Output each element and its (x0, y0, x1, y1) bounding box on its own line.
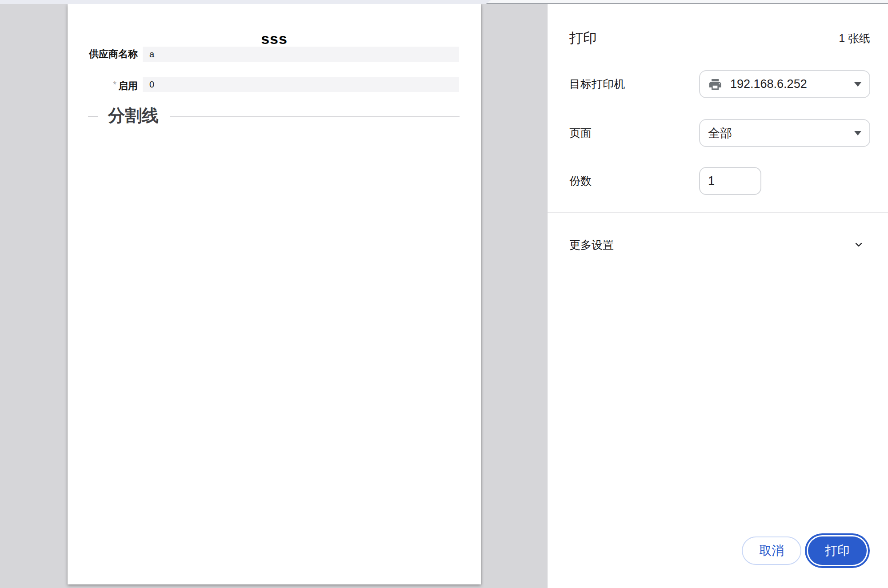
printer-icon (708, 77, 722, 91)
destination-select[interactable]: 192.168.6.252 (699, 70, 870, 98)
cancel-button[interactable]: 取消 (742, 536, 801, 565)
enabled-value-text: 0 (149, 79, 154, 90)
divider-right-line (170, 116, 460, 117)
sheet-count: 1 张纸 (839, 32, 870, 45)
document-title: sss (68, 30, 481, 48)
enabled-label-text: 启用 (118, 80, 138, 91)
pages-value: 全部 (708, 125, 732, 141)
divider-title: 分割线 (108, 105, 159, 126)
supplier-name-value: a (143, 47, 459, 62)
supplier-name-label-text: 供应商名称 (89, 48, 138, 60)
print-preview-area[interactable]: sss 供应商名称 a *启用 0 分割线 (0, 4, 548, 588)
more-settings-row[interactable]: 更多设置 (548, 231, 888, 258)
supplier-name-value-text: a (149, 49, 154, 60)
form-row-enabled: *启用 0 (68, 77, 481, 92)
destination-value: 192.168.6.252 (730, 77, 807, 91)
settings-divider (548, 212, 888, 213)
destination-label: 目标打印机 (569, 70, 625, 98)
enabled-value: 0 (143, 77, 459, 92)
preview-page: sss 供应商名称 a *启用 0 分割线 (68, 4, 481, 584)
enabled-label: *启用 (68, 77, 138, 92)
pages-label: 页面 (569, 119, 592, 147)
dialog-title: 打印 (569, 28, 597, 48)
browser-tab-edge (0, 0, 491, 4)
dialog-button-row: 取消 打印 (742, 536, 867, 565)
form-row-supplier: 供应商名称 a (68, 47, 481, 62)
dropdown-caret-icon (854, 82, 861, 87)
supplier-name-label: 供应商名称 (68, 47, 138, 62)
required-asterisk: * (113, 79, 116, 89)
section-divider: 分割线 (68, 103, 481, 129)
copies-label: 份数 (569, 167, 592, 195)
copies-input[interactable] (699, 167, 761, 195)
browser-top-strip (0, 0, 888, 4)
dropdown-caret-icon (854, 131, 861, 135)
print-dialog-panel: 打印 1 张纸 目标打印机 192.168.6.252 页面 全部 份数 更多设… (548, 4, 888, 588)
print-button[interactable]: 打印 (808, 536, 867, 565)
chevron-down-icon (853, 239, 864, 250)
divider-left-dash (88, 116, 98, 117)
more-settings-label: 更多设置 (569, 231, 614, 258)
pages-select[interactable]: 全部 (699, 119, 870, 147)
